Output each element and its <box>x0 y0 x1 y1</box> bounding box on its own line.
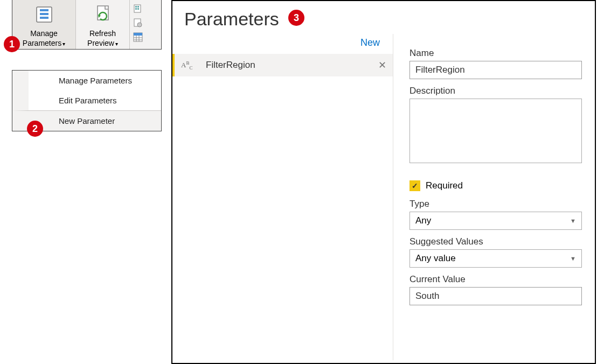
type-label: Type <box>409 199 584 209</box>
ribbon-small-column <box>130 0 147 49</box>
parameter-list-item[interactable]: ABC FilterRegion ✕ <box>172 54 393 76</box>
suggested-values-value: Any value <box>415 253 456 264</box>
menu-manage-parameters[interactable]: Manage Parameters <box>12 71 161 90</box>
svg-rect-10 <box>137 8 139 10</box>
required-label: Required <box>426 180 463 191</box>
annotation-badge-3: 3 <box>288 10 304 26</box>
dialog-body: New ABC FilterRegion ✕ Name Description … <box>172 34 595 360</box>
svg-rect-8 <box>137 6 139 8</box>
name-label: Name <box>409 48 584 59</box>
parameters-dialog: Parameters New ABC FilterRegion ✕ Name D… <box>171 0 596 364</box>
suggested-values-select[interactable]: Any value ▼ <box>409 249 582 268</box>
name-input[interactable] <box>409 61 582 79</box>
annotation-badge-1: 1 <box>4 36 20 52</box>
annotation-badge-2: 2 <box>27 121 43 137</box>
manage-parameters-button[interactable]: Manage Parameters▾ <box>12 0 76 49</box>
enter-data-icon[interactable] <box>132 31 144 43</box>
svg-point-12 <box>137 23 142 27</box>
chevron-down-icon: ▼ <box>570 255 576 262</box>
parameter-list: New ABC FilterRegion ✕ <box>172 34 393 360</box>
text-type-icon: ABC <box>181 60 196 71</box>
data-source-settings-icon[interactable] <box>132 3 144 15</box>
svg-rect-7 <box>135 6 137 8</box>
new-parameter-link[interactable]: New <box>172 34 393 54</box>
dialog-title: Parameters <box>172 1 595 34</box>
parameters-icon <box>31 3 58 28</box>
parameter-name-label: FilterRegion <box>206 60 378 71</box>
description-label: Description <box>409 86 584 96</box>
suggested-values-label: Suggested Values <box>409 236 584 247</box>
svg-rect-1 <box>40 9 48 11</box>
svg-rect-9 <box>135 8 137 10</box>
menu-edit-parameters[interactable]: Edit Parameters <box>12 90 161 110</box>
manage-parameters-label: Manage Parameters▾ <box>23 29 65 48</box>
parameter-form: Name Description ✓ Required Type Any ▼ S… <box>393 34 595 360</box>
current-value-label: Current Value <box>409 274 584 285</box>
ribbon: Manage Parameters▾ Refresh Preview▾ <box>12 0 162 50</box>
svg-rect-14 <box>134 33 142 36</box>
refresh-preview-button[interactable]: Refresh Preview▾ <box>76 0 130 49</box>
required-row: ✓ Required <box>409 180 584 191</box>
refresh-icon <box>89 3 116 28</box>
svg-rect-3 <box>40 17 48 19</box>
type-select[interactable]: Any ▼ <box>409 212 582 230</box>
required-checkbox[interactable]: ✓ <box>409 180 420 191</box>
current-value-input[interactable] <box>409 287 582 305</box>
refresh-preview-label: Refresh Preview▾ <box>87 29 118 48</box>
dropdown-caret-icon: ▾ <box>115 41 118 47</box>
type-value: Any <box>415 215 431 226</box>
description-input[interactable] <box>409 99 582 163</box>
delete-parameter-icon[interactable]: ✕ <box>378 59 386 71</box>
svg-rect-2 <box>40 13 48 15</box>
dropdown-caret-icon: ▾ <box>63 41 65 47</box>
chevron-down-icon: ▼ <box>570 218 576 224</box>
query-options-icon[interactable] <box>132 17 144 29</box>
